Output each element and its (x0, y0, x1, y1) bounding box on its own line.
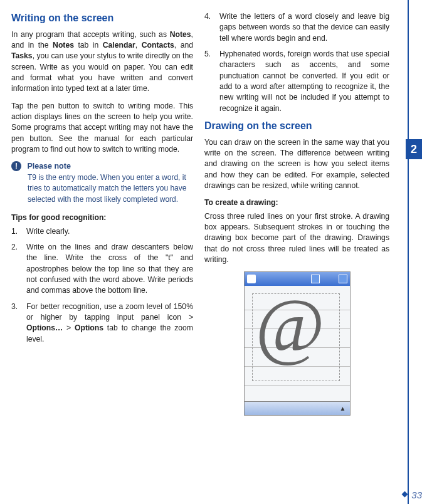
page-number: 33 (411, 490, 422, 500)
tips-heading: Tips for good recognition: (11, 213, 193, 223)
writing-pen: Tap the pen button to switch to writing … (11, 101, 193, 155)
writing-intro: In any program that accepts writing, suc… (11, 29, 193, 95)
start-icon (247, 275, 256, 283)
drawing-cross: Cross three ruled lines on your first st… (204, 211, 389, 266)
list-item: For better recognition, use a zoom level… (11, 302, 193, 345)
note-block: ! Please note T9 is the entry mode. When… (11, 161, 193, 205)
spiral-doodle-icon: @ (256, 288, 325, 364)
create-drawing-heading: To create a drawing: (204, 197, 389, 208)
list-item: Write on the lines and draw descanters b… (11, 242, 193, 297)
alert-icon: ! (11, 161, 21, 171)
list-item: Hyphenated words, foreign words that use… (204, 49, 389, 114)
titlebar-icon (339, 275, 347, 283)
tips-list-cont: Write the letters of a word closely and … (204, 11, 389, 114)
rail-line (408, 0, 409, 504)
heading-writing: Writing on the screen (11, 11, 193, 26)
list-item: Write the letters of a word closely and … (204, 11, 389, 44)
side-rail: 2 (406, 0, 422, 504)
tips-list: Write clearly. Write on the lines and dr… (11, 226, 193, 345)
right-column: Write the letters of a word closely and … (204, 11, 389, 416)
heading-drawing: Drawing on the screen (204, 119, 389, 134)
sip-icon: ▲ (340, 404, 346, 413)
left-column: Writing on the screen In any program tha… (11, 11, 193, 416)
chapter-badge: 2 (406, 139, 422, 159)
note-title: Please note (27, 162, 70, 171)
drawing-intro: You can draw on the screen in the same w… (204, 137, 389, 192)
screenshot-bottombar: ▲ (245, 401, 350, 415)
ruled-line (245, 385, 350, 386)
list-item: Write clearly. (11, 226, 193, 237)
titlebar-icon (311, 275, 320, 283)
note-body: T9 is the entry mode. When you enter a w… (28, 172, 193, 205)
drawing-screenshot: @ ▲ (244, 271, 351, 416)
page-content: Writing on the screen In any program tha… (0, 0, 427, 416)
